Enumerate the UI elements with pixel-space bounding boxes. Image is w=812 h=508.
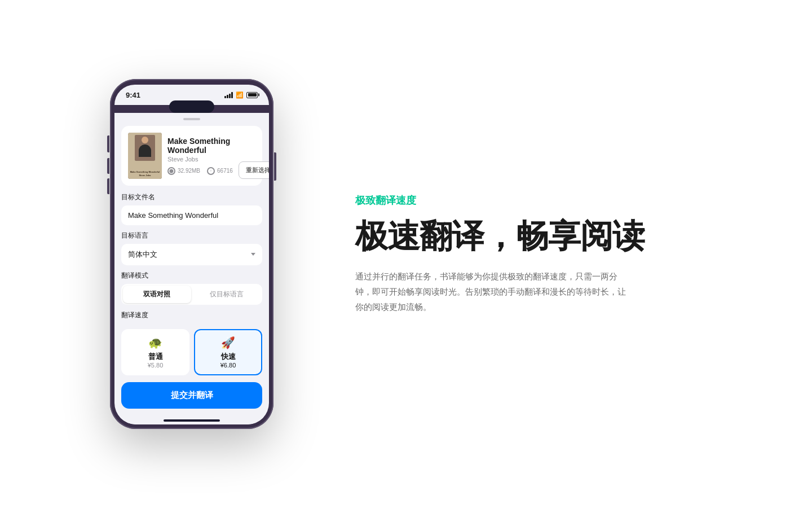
book-author: Steve Jobs xyxy=(167,156,233,163)
book-info: Make Something Wonderful Steve Jobs ⬤ 32… xyxy=(167,137,233,175)
mode-bilingual[interactable]: 双语对照 xyxy=(123,286,191,303)
speed-fast-icon: 🚀 xyxy=(200,336,257,349)
vol-button-1 xyxy=(107,158,109,174)
mode-target-only[interactable]: 仅目标语言 xyxy=(193,286,261,303)
person-body xyxy=(139,144,151,157)
book-pages: ↑ 66716 xyxy=(207,167,233,175)
pages-icon: ↑ xyxy=(207,167,215,175)
speed-normal-price: ¥5.80 xyxy=(127,362,184,369)
drag-handle[interactable] xyxy=(114,113,269,126)
vol-button-2 xyxy=(107,178,109,194)
reselect-button[interactable]: 重新选择 xyxy=(239,161,269,179)
book-title: Make Something Wonderful xyxy=(167,137,233,155)
phone-screen: Make Something WonderfulSteve Jobs Make … xyxy=(114,113,269,424)
description: 通过并行的翻译任务，书译能够为你提供极致的翻译速度，只需一两分钟，即可开始畅享阅… xyxy=(355,269,626,314)
speed-normal-name: 普通 xyxy=(127,352,184,362)
wifi-icon: 📶 xyxy=(236,91,244,99)
main-title: 极速翻译，畅享阅读 xyxy=(355,217,767,255)
battery-icon xyxy=(246,92,258,98)
language-label: 目标语言 xyxy=(121,231,262,240)
language-section: 目标语言 简体中文 xyxy=(121,231,262,265)
tag-label: 极致翻译速度 xyxy=(355,194,767,207)
speed-fast-price: ¥6.80 xyxy=(200,362,257,369)
submit-button[interactable]: 提交并翻译 xyxy=(121,382,262,409)
dynamic-island xyxy=(169,100,214,113)
person-head xyxy=(142,137,148,143)
status-icons: 📶 xyxy=(224,91,258,99)
home-indicator xyxy=(114,417,269,424)
book-size: ⬤ 32.92MB xyxy=(167,167,200,175)
right-panel: 极致翻译速度 极速翻译，畅享阅读 通过并行的翻译任务，书译能够为你提供极致的翻译… xyxy=(310,194,812,314)
speed-section: 翻译速度 xyxy=(121,310,262,323)
phone: 9:41 📶 xyxy=(110,79,273,429)
drag-handle-bar xyxy=(183,118,200,120)
language-select-wrapper: 简体中文 xyxy=(121,244,262,265)
speed-fast-name: 快速 xyxy=(200,352,257,362)
book-cover-inner: Make Something WonderfulSteve Jobs xyxy=(128,133,162,179)
speed-label: 翻译速度 xyxy=(121,310,262,320)
filename-input[interactable] xyxy=(121,205,262,225)
speed-normal-icon: 🐢 xyxy=(127,336,184,349)
size-icon: ⬤ xyxy=(167,167,175,175)
mode-label: 翻译模式 xyxy=(121,271,262,281)
mode-section: 翻译模式 双语对照 仅目标语言 xyxy=(121,271,262,305)
phone-wrapper: 9:41 📶 xyxy=(73,79,310,429)
speed-cards: 🐢 普通 ¥5.80 🚀 快速 ¥6.80 xyxy=(121,329,262,375)
book-cover: Make Something WonderfulSteve Jobs xyxy=(128,133,162,179)
chevron-down-icon xyxy=(251,253,255,256)
status-time: 9:41 xyxy=(126,91,140,99)
filename-section: 目标文件名 xyxy=(121,192,262,225)
language-value: 简体中文 xyxy=(128,249,157,260)
book-meta: ⬤ 32.92MB ↑ 66716 xyxy=(167,167,233,175)
book-person-image xyxy=(135,135,155,161)
person-figure xyxy=(137,137,153,159)
speed-normal[interactable]: 🐢 普通 ¥5.80 xyxy=(121,329,189,375)
filename-label: 目标文件名 xyxy=(121,192,262,202)
mode-segmented: 双语对照 仅目标语言 xyxy=(121,284,262,305)
page-wrapper: 9:41 📶 xyxy=(0,0,812,508)
home-bar xyxy=(164,419,220,422)
book-cover-text: Make Something WonderfulSteve Jobs xyxy=(130,170,160,176)
speed-fast[interactable]: 🚀 快速 ¥6.80 xyxy=(194,329,262,375)
signal-icon xyxy=(224,92,233,98)
book-card: Make Something WonderfulSteve Jobs Make … xyxy=(121,126,262,186)
language-select[interactable]: 简体中文 xyxy=(121,244,262,265)
battery-fill xyxy=(248,93,257,97)
